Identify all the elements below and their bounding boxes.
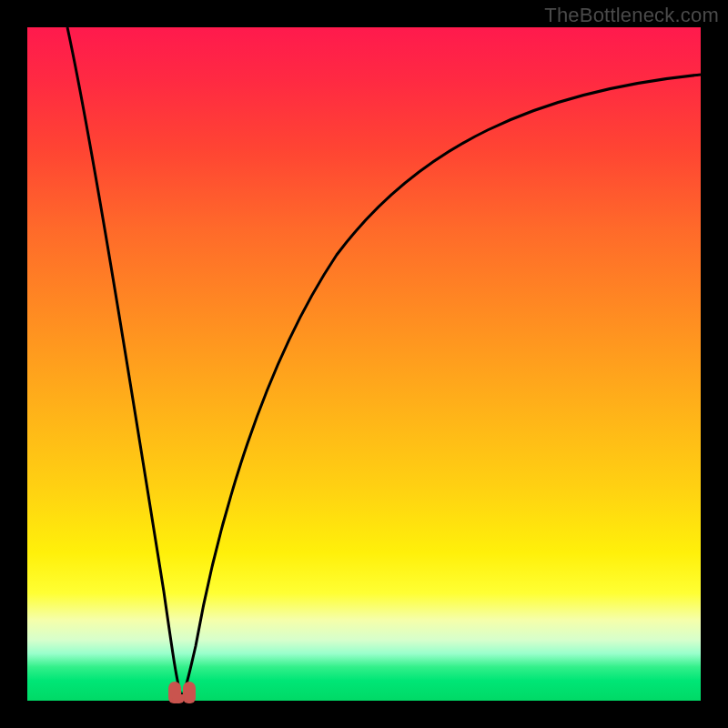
marker-right-lobe [183, 682, 196, 703]
minimum-marker [167, 672, 197, 703]
watermark-text: TheBottleneck.com [544, 4, 719, 27]
bottleneck-curve [67, 27, 701, 698]
plot-area [27, 27, 701, 701]
curve-layer [27, 27, 701, 701]
marker-bridge [172, 694, 185, 703]
chart-frame: TheBottleneck.com [0, 0, 728, 728]
